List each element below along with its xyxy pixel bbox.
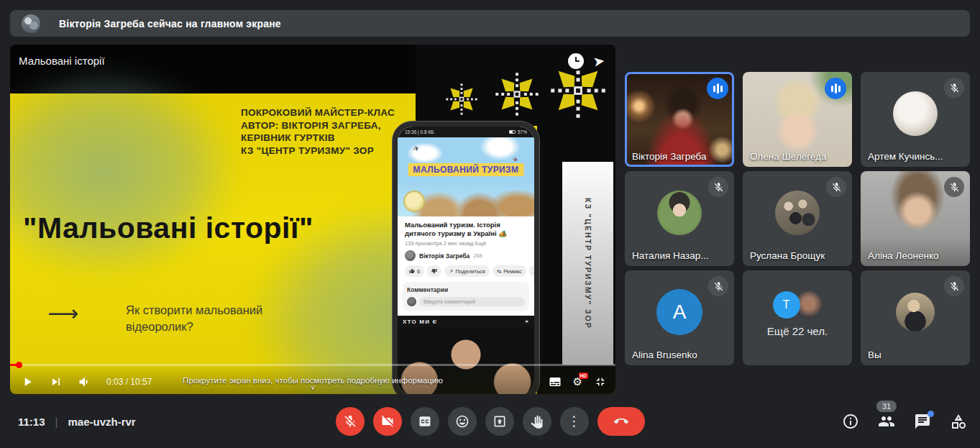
participant-tile-natalia[interactable]: Наталия Назар...	[625, 171, 734, 266]
scroll-hint: Прокрутите экран вниз, чтобы посмотреть …	[183, 376, 443, 390]
participant-tile-alina-leonenko[interactable]: Аліна Леоненко	[861, 171, 970, 266]
participant-tile-ruslana[interactable]: Руслана Брощук	[743, 171, 852, 266]
fullscreen-exit-icon	[594, 375, 607, 388]
end-call-button[interactable]	[597, 407, 645, 436]
mic-off-icon	[343, 414, 357, 429]
participant-tile-overflow[interactable]: T Ещё 22 чел.	[743, 270, 852, 365]
shapes-icon	[950, 413, 967, 430]
camera-off-icon	[380, 414, 395, 429]
channel-name: Вікторія Загреба	[419, 252, 470, 260]
mic-muted-icon	[944, 276, 964, 296]
people-icon	[878, 413, 895, 430]
channel-avatar	[405, 250, 416, 261]
remix-button: ⇆Ремикс	[493, 265, 526, 277]
watch-later-icon	[568, 53, 584, 69]
raise-hand-button[interactable]	[523, 407, 551, 436]
mic-muted-icon	[826, 177, 846, 197]
phone-status-left: 15:36 | 0.8 КБ	[405, 129, 434, 134]
participant-tile-olena[interactable]: Олена Шелегеда	[743, 72, 852, 167]
remix-glyph-icon: ⇆	[497, 268, 501, 275]
slide-side-card: КЗ "ЦЕНТР ТУРИЗМУ" ЗОР	[562, 162, 613, 365]
camera-button[interactable]	[373, 407, 402, 436]
youtube-controls: 0:03 / 10:57 Прокрутите экран вниз, чтоб…	[10, 362, 615, 394]
hand-icon	[530, 414, 544, 429]
share-icon: ➤	[592, 53, 605, 70]
slide-info-line: ПОКРОКОВИЙ МАЙСТЕР-КЛАС	[241, 106, 395, 119]
channel-subscribers: 268	[473, 252, 482, 259]
phone-footer-bar: ХТО МИ Є ✶	[398, 316, 534, 327]
captions-button[interactable]	[411, 407, 439, 436]
comment-input-row: Введите комментарий	[407, 297, 525, 306]
presenting-banner: Вікторія Загреба сейчас на главном экран…	[10, 10, 970, 37]
thumbnail-title-banner: МАЛЬОВАНИЙ ТУРИЗМ	[408, 163, 524, 176]
battery-icon	[509, 130, 516, 134]
overflow-avatar-letter: T	[773, 291, 800, 319]
clock: 11:13	[18, 415, 45, 427]
more-vert-icon: ⋮	[567, 414, 581, 428]
shared-screen[interactable]: Мальовані історії ➤ КЗ "ЦЕНТР ТУРИЗМУ" З…	[10, 45, 615, 394]
side-card-text: КЗ "ЦЕНТР ТУРИЗМУ" ЗОР	[584, 198, 592, 329]
comments-title: Комментарии	[407, 286, 525, 293]
participants-button[interactable]: 31	[878, 413, 895, 430]
thumb-down-icon	[431, 268, 437, 274]
phone-action-row: 6 ↗Поделиться ⇆Ремикс ↓Ска	[398, 261, 534, 277]
footer-title: ХТО МИ Є	[403, 319, 437, 325]
phone-video-thumbnail: ✈ ✈ МАЛЬОВАНИЙ ТУРИЗМ	[398, 137, 534, 216]
overflow-count-label: Ещё 22 чел.	[767, 325, 828, 337]
comment-input: Введите комментарий	[419, 297, 525, 306]
vyshyvanka-star-icon	[548, 60, 608, 121]
mic-button[interactable]	[336, 407, 365, 436]
participant-name: Олена Шелегеда	[750, 151, 827, 162]
playback-controls: 0:03 / 10:57	[20, 375, 152, 389]
call-controls: ⋮	[336, 407, 645, 436]
quality-settings-icon: ⚙HD	[573, 375, 582, 388]
meeting-details-button[interactable]	[842, 413, 859, 430]
participant-tile-artem[interactable]: Артем Кучинсь...	[861, 72, 970, 167]
presenting-banner-text: Вікторія Загреба сейчас на главном экран…	[59, 18, 281, 29]
plane-icon: ✈	[512, 155, 518, 163]
phone-screen: 15:36 | 0.8 КБ 57% ✈ ✈ МАЛЬОВАНИЙ ТУРИЗМ…	[398, 127, 534, 394]
audio-speaking-indicator	[825, 78, 846, 99]
participant-name: Наталия Назар...	[632, 250, 709, 261]
chat-button[interactable]	[914, 413, 931, 430]
phone-channel-row: Вікторія Загреба 268	[398, 247, 534, 261]
long-arrow-icon: ⟶	[47, 301, 78, 326]
meeting-info: 11:13 | mae-uvzh-rvr	[18, 415, 136, 427]
participant-name: Артем Кучинсь...	[868, 151, 943, 162]
player-right-controls: ⚙HD	[549, 375, 607, 388]
phone-battery: 57%	[509, 129, 527, 134]
progress-knob	[16, 362, 22, 368]
next-icon	[49, 375, 63, 389]
download-button: ↓Ска	[529, 265, 535, 277]
watercolor-blob	[10, 65, 240, 280]
participant-tile-viktoria[interactable]: Вікторія Загреба	[625, 72, 734, 167]
participant-name: Аліна Леоненко	[868, 250, 938, 261]
video-progress-bar	[10, 364, 615, 366]
phone-video-title: Мальований туризм. Історія дитячого тури…	[398, 216, 534, 238]
participant-name: Вікторія Загреба	[632, 151, 707, 162]
youtube-video-title: Мальовані історії	[19, 55, 105, 67]
subtitles-icon	[549, 375, 562, 388]
play-icon	[20, 375, 35, 389]
volume-icon	[78, 375, 92, 389]
present-button[interactable]	[485, 407, 514, 436]
participant-avatar	[775, 191, 820, 235]
participant-tile-you[interactable]: Вы	[861, 270, 970, 365]
panel-controls: 31	[842, 413, 967, 430]
reactions-button[interactable]	[448, 407, 477, 436]
slide-info-line: КЗ "ЦЕНТР ТУРИЗМУ" ЗОР	[241, 145, 395, 157]
phone-video-meta: 133 просмотра 2 мес назад Ещё	[398, 238, 534, 247]
activities-button[interactable]	[950, 413, 967, 430]
slide-question: Як створити мальований відеоролик?	[126, 302, 262, 335]
meeting-code: mae-uvzh-rvr	[68, 415, 135, 427]
captions-icon	[418, 414, 432, 429]
participant-avatar	[893, 91, 938, 136]
vyshyvanka-star-icon	[444, 82, 479, 116]
vyshyvanka-star-icon	[493, 70, 541, 118]
participant-tile-alina-brusenko[interactable]: A Alina Brusenko	[625, 270, 734, 365]
participant-name: Alina Brusenko	[632, 349, 697, 360]
video-time: 0:03 / 10:57	[106, 377, 152, 387]
divider: |	[55, 415, 58, 427]
more-options-button[interactable]: ⋮	[560, 407, 589, 436]
download-glyph-icon: ↓	[533, 268, 535, 275]
